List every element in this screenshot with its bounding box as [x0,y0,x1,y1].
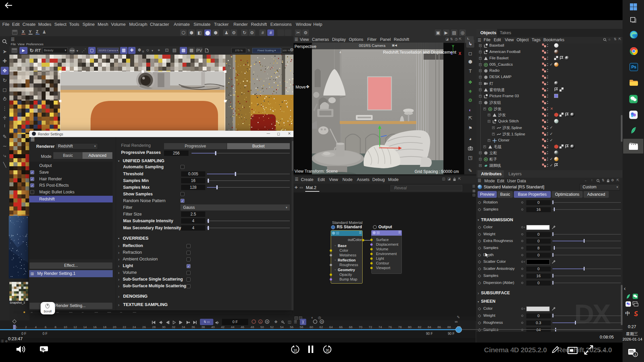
svg-text:30: 30 [325,349,329,352]
svg-text:10: 10 [293,349,297,352]
svg-text:2: 2 [634,353,636,356]
